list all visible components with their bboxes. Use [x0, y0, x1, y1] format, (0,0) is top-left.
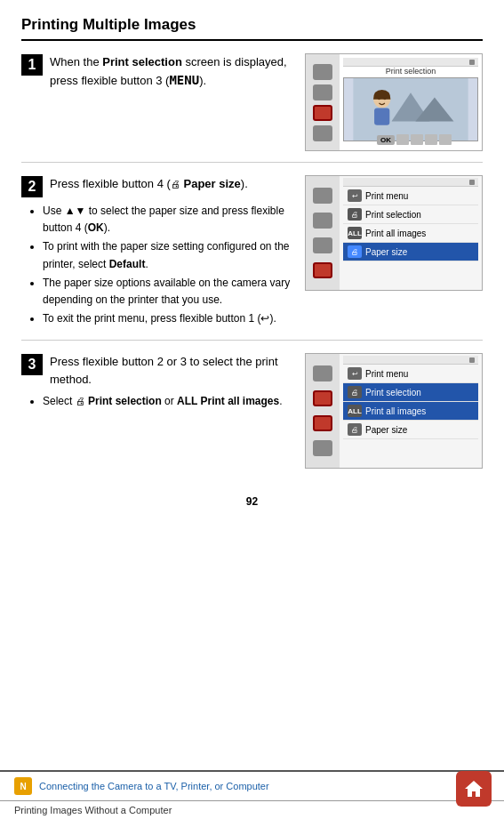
step-1-number: 1 [21, 54, 43, 76]
step-3-menu-screen: ↩ Print menu 🖨 Print selection ALL Print… [340, 354, 482, 468]
step-1-dot [469, 60, 475, 65]
print-selection-label: Print selection [343, 67, 478, 76]
menu-item-paper-size: 🖨 Paper size [343, 243, 478, 261]
bottom-page-row: Printing Images Without a Computer [0, 800, 504, 819]
step-2-dot [469, 180, 475, 185]
step-1-content: 1 When the Print selection screen is dis… [21, 53, 294, 95]
step3-menu-item-paper-size: 🖨 Paper size [343, 421, 478, 439]
step-3-btn2[interactable] [313, 390, 332, 406]
step-2-topbar [343, 178, 478, 187]
step-1-screen: Print selection [340, 54, 482, 150]
step-1-camera: Print selection [305, 53, 483, 151]
step3-print-all-icon: ALL [348, 405, 362, 417]
home-button[interactable] [456, 771, 492, 807]
print-sel-label: Print selection [365, 210, 421, 220]
step-2-btn1 [313, 188, 332, 204]
step-3-camera: ↩ Print menu 🖨 Print selection ALL Print… [305, 353, 483, 469]
svg-rect-4 [374, 108, 389, 124]
step-3-btn4 [313, 440, 332, 456]
step-1-btn2 [313, 84, 332, 100]
step-2-number: 2 [21, 176, 43, 197]
step3-print-sel-icon: 🖨 [348, 386, 362, 398]
svg-point-5 [378, 97, 380, 100]
bottom-footer: N Connecting the Camera to a TV, Printer… [0, 770, 504, 819]
step-2-bullets: Use ▲▼ to select the paper size and pres… [30, 203, 294, 327]
step-2-bullet2: To print with the paper size setting con… [43, 238, 294, 272]
step-3-text: Press flexible button 2 or 3 to select t… [50, 353, 294, 388]
step3-menu-item-print-menu: ↩ Print menu [343, 365, 478, 383]
step-2-block: 2 Press flexible button 4 (🖨 Paper size)… [21, 175, 483, 341]
bottom-nav-row: N Connecting the Camera to a TV, Printer… [0, 772, 504, 800]
step-1-btn3-menu[interactable] [313, 105, 332, 121]
step-3-block: 3 Press flexible button 2 or 3 to select… [21, 353, 483, 479]
print-sel-icon: 🖨 [348, 208, 362, 221]
ok-button[interactable]: OK [377, 135, 395, 145]
svg-point-6 [383, 97, 386, 100]
step-2-diagram: ↩ Print menu 🖨 Print selection ALL Print… [305, 175, 483, 291]
home-icon [463, 779, 484, 799]
print-back-icon: ↩ [348, 189, 362, 202]
icon2 [411, 134, 423, 145]
step-2-btn2 [313, 213, 332, 229]
page-title: Printing Multiple Images [21, 16, 483, 41]
step-1-bottom: OK [377, 132, 478, 147]
sub-text: Printing Images Without a Computer [14, 805, 172, 815]
svg-marker-7 [465, 781, 483, 797]
step3-menu-item-print-selection: 🖨 Print selection [343, 383, 478, 402]
nav-text: Connecting the Camera to a TV, Printer, … [39, 781, 269, 791]
icon1 [396, 134, 409, 145]
step-2-btn4-papersize[interactable] [313, 262, 332, 278]
step-1-btn1 [313, 64, 332, 80]
step-2-menu: ↩ Print menu 🖨 Print selection ALL Print… [305, 175, 483, 291]
step-3-menu: ↩ Print menu 🖨 Print selection ALL Print… [305, 353, 483, 469]
step-2-number-line: 2 Press flexible button 4 (🖨 Paper size)… [21, 175, 294, 197]
paper-icon: 🖨 [348, 245, 362, 258]
step-1-btn4 [313, 125, 332, 141]
step3-print-sel-label: Print selection [365, 388, 421, 397]
step-3-number: 3 [21, 354, 43, 375]
preview-svg [344, 78, 477, 141]
page-container: Printing Multiple Images 1 When the Prin… [0, 0, 504, 819]
step-3-content: 3 Press flexible button 2 or 3 to select… [21, 353, 294, 412]
step-2-menu-screen: ↩ Print menu 🖨 Print selection ALL Print… [340, 176, 482, 290]
icon4 [439, 134, 452, 145]
print-all-label: Print all images [365, 229, 426, 238]
step-3-number-line: 3 Press flexible button 2 or 3 to select… [21, 353, 294, 388]
step-3-bullets: Select 🖨 Print selection or ALL Print al… [30, 393, 294, 410]
step-2-content: 2 Press flexible button 4 (🖨 Paper size)… [21, 175, 294, 329]
print-menu-label: Print menu [365, 191, 408, 201]
page-number: 92 [21, 492, 483, 510]
step-3-bullet1: Select 🖨 Print selection or ALL Print al… [43, 393, 294, 410]
step-1-text: When the Print selection screen is displ… [50, 53, 294, 90]
menu-item-print-all: ALL Print all images [343, 224, 478, 243]
step-1-topbar [343, 58, 478, 67]
step-3-btn1 [313, 365, 332, 381]
step-2-bullet4: To exit the print menu, press flexible b… [43, 310, 294, 327]
paper-size-label: Paper size [365, 247, 407, 257]
step-2-text: Press flexible button 4 (🖨 Paper size). [50, 175, 248, 193]
small-icons [396, 134, 452, 145]
step3-paper-size-label: Paper size [365, 425, 407, 435]
icon3 [425, 134, 437, 145]
step-2-bullet1: Use ▲▼ to select the paper size and pres… [43, 203, 294, 237]
step-1-diagram: Print selection [305, 53, 483, 151]
print-all-icon: ALL [348, 227, 362, 239]
step-3-buttons [306, 354, 340, 468]
step-1-number-line: 1 When the Print selection screen is dis… [21, 53, 294, 90]
menu-item-print-menu: ↩ Print menu [343, 187, 478, 205]
step-1-buttons [306, 54, 340, 150]
step-2-btn3 [313, 237, 332, 253]
step-3-topbar [343, 356, 478, 365]
step3-print-back-icon: ↩ [348, 367, 362, 380]
step-3-btn3[interactable] [313, 415, 332, 431]
nav-icon: N [14, 777, 32, 795]
step-1-screen-container: Print selection [305, 53, 483, 151]
step-2-buttons [306, 176, 340, 290]
step-3-dot [469, 357, 475, 363]
step3-print-menu-label: Print menu [365, 369, 408, 379]
step-2-camera: ↩ Print menu 🖨 Print selection ALL Print… [305, 175, 483, 291]
step3-menu-item-print-all: ALL Print all images [343, 402, 478, 421]
step-2-bullet3: The paper size options available on the … [43, 275, 294, 309]
step-3-diagram: ↩ Print menu 🖨 Print selection ALL Print… [305, 353, 483, 469]
step3-paper-icon: 🖨 [348, 423, 362, 436]
